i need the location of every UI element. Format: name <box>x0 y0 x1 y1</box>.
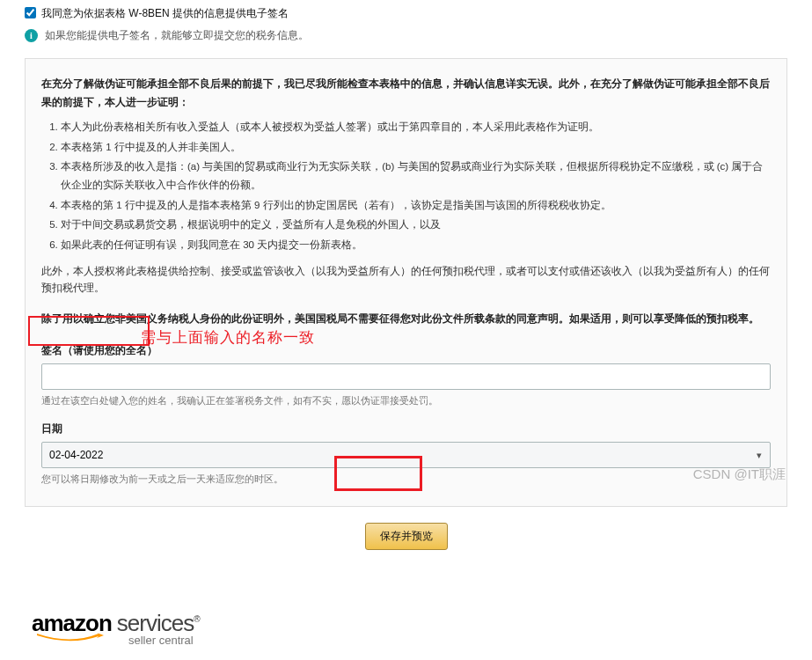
cert-item: 本人为此份表格相关所有收入受益人（或本人被授权为受益人签署）或出于第四章目的，本… <box>61 118 771 136</box>
date-select[interactable]: 02-04-2022 <box>41 442 771 468</box>
consent-label: 我同意为依据表格 W-8BEN 提供的信息提供电子签名 <box>41 5 289 22</box>
amazon-swoosh-icon <box>35 633 106 642</box>
cert-item: 本表格第 1 行中提及的人并非美国人。 <box>61 138 771 157</box>
cert-item: 本表格所涉及的收入是指：(a) 与美国的贸易或商业行为无实际关联，(b) 与美国… <box>61 158 771 194</box>
footer: amazon services® seller central 税务信息调查 <box>25 610 787 660</box>
signature-hint: 通过在该空白处键入您的姓名，我确认正在签署税务文件，如有不实，愿以伪证罪接受处罚… <box>41 393 771 409</box>
cert-irs: 除了用以确立您非美国义务纳税人身份的此份证明外，美国国税局不需要征得您对此份文件… <box>41 310 771 327</box>
certification-box: 在充分了解做伪证可能承担全部不良后果的前提下，我已尽我所能检查本表格中的信息，并… <box>25 58 787 507</box>
date-label: 日期 <box>41 422 771 436</box>
info-icon: i <box>25 29 38 42</box>
cert-intro: 在充分了解做伪证可能承担全部不良后果的前提下，我已尽我所能检查本表格中的信息，并… <box>41 75 771 111</box>
cert-list: 本人为此份表格相关所有收入受益人（或本人被授权为受益人签署）或出于第四章目的，本… <box>41 118 771 254</box>
cert-item: 如果此表的任何证明有误，则我同意在 30 天内提交一份新表格。 <box>61 236 771 254</box>
seller-central-label: seller central <box>128 634 787 647</box>
amazon-word: amazon <box>32 610 112 637</box>
hint-text: 如果您能提供电子签名，就能够立即提交您的税务信息。 <box>45 29 309 42</box>
signature-input[interactable] <box>41 363 771 390</box>
date-hint: 您可以将日期修改为前一天或之后一天来适应您的时区。 <box>41 472 771 488</box>
signature-label: 签名（请使用您的全名） <box>41 343 771 358</box>
cert-auth: 此外，本人授权将此表格提供给控制、接受或监管该收入（以我为受益所有人）的任何预扣… <box>41 263 771 297</box>
cert-item: 本表格的第 1 行中提及的人是指本表格第 9 行列出的协定国居民（若有），该协定… <box>61 196 771 215</box>
consent-checkbox[interactable] <box>25 7 36 18</box>
save-preview-button[interactable]: 保存并预览 <box>365 523 448 550</box>
cert-item: 对于中间交易或易货交易，根据说明中的定义，受益所有人是免税的外国人，以及 <box>61 216 771 234</box>
